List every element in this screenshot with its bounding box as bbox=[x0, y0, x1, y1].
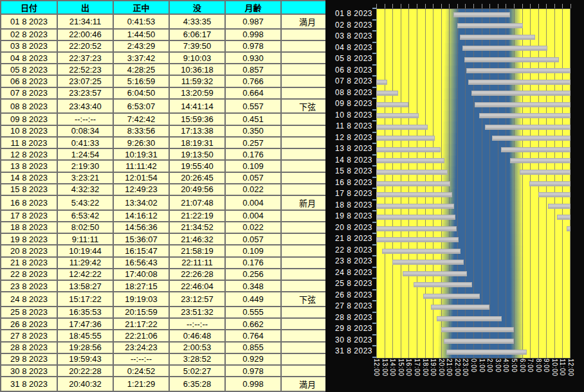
moon-up-bar bbox=[453, 12, 510, 17]
hour-tick bbox=[385, 4, 385, 8]
rise-cell: --:--:-- bbox=[57, 113, 113, 125]
time-axis-label: 12:00 bbox=[567, 359, 574, 377]
table-row: 20 8 202310:19:4416:15:4721:58:190.109 bbox=[1, 245, 334, 256]
table-header-row: 日付出正中没月齢 bbox=[1, 1, 334, 14]
set-cell: 4:33:35 bbox=[169, 14, 225, 29]
moon-up-bar bbox=[479, 113, 570, 118]
hour-tick bbox=[417, 4, 417, 8]
set-cell: 2:00:53 bbox=[169, 342, 225, 353]
chart-date-label: 01 8 2023 bbox=[330, 8, 372, 20]
date-cell: 08 8 2023 bbox=[1, 99, 57, 114]
moon-up-bar bbox=[460, 35, 535, 40]
moon-age-cell: 0.257 bbox=[225, 137, 281, 148]
chart-date-label: 13 8 2023 bbox=[330, 143, 372, 155]
moon-age-cell: 0.978 bbox=[225, 40, 281, 52]
set-cell: 11:59:32 bbox=[169, 75, 225, 87]
moon-age-cell: 0.057 bbox=[225, 172, 281, 184]
transit-cell: 5:16:59 bbox=[113, 75, 169, 87]
date-cell: 21 8 2023 bbox=[1, 257, 57, 269]
hour-tick bbox=[522, 4, 523, 8]
moon-up-bar bbox=[376, 237, 459, 242]
rise-cell: 21:34:11 bbox=[57, 14, 113, 29]
table-row: 01 8 202321:34:110:41:534:33:350.987満月 bbox=[1, 14, 334, 29]
moon-age-cell: 0.930 bbox=[225, 52, 281, 64]
hour-tick bbox=[546, 4, 547, 8]
transit-cell: 9:26:30 bbox=[113, 137, 169, 148]
time-axis-label: 0:00 bbox=[470, 359, 477, 372]
moon-up-bar bbox=[446, 350, 527, 355]
table-row: 02 8 202322:00:461:44:506:06:170.998 bbox=[1, 29, 334, 40]
table-row: 23 8 202313:58:2718:27:1522:46:040.348 bbox=[1, 280, 334, 292]
chart-date-label: 06 8 2023 bbox=[330, 65, 372, 76]
table-row: 27 8 202318:45:5522:21:060:46:480.764 bbox=[1, 330, 334, 341]
date-cell: 03 8 2023 bbox=[1, 40, 57, 52]
date-cell: 13 8 2023 bbox=[1, 160, 57, 172]
moon-age-cell: 0.057 bbox=[225, 233, 281, 245]
time-axis-label: 19:00 bbox=[430, 359, 436, 377]
hour-tick bbox=[441, 4, 442, 8]
hour-tick bbox=[433, 4, 433, 8]
hour-tick bbox=[425, 4, 426, 8]
moon-age-cell: 0.004 bbox=[225, 195, 281, 210]
moon-up-bar bbox=[444, 339, 514, 344]
moon-age-cell: 0.855 bbox=[225, 342, 281, 353]
moon-age-cell: 0.350 bbox=[225, 125, 281, 137]
chart-date-label: 26 8 2023 bbox=[330, 290, 372, 301]
hour-tick bbox=[392, 4, 393, 8]
moon-up-bar bbox=[510, 158, 570, 163]
chart-date-label: 18 8 2023 bbox=[330, 200, 372, 211]
transit-cell: 23:24:23 bbox=[113, 342, 169, 353]
rise-cell: 3:23:21 bbox=[57, 172, 113, 184]
set-cell: 23:51:32 bbox=[169, 307, 225, 318]
rise-cell: 20:22:28 bbox=[57, 365, 113, 377]
rise-cell: 22:00:46 bbox=[57, 29, 113, 40]
table-header-cell: 正中 bbox=[113, 1, 169, 14]
hour-tick bbox=[449, 4, 450, 8]
time-axis-label: 20:00 bbox=[438, 359, 444, 377]
table-row: 13 8 20232:19:3011:11:4219:55:400.109 bbox=[1, 160, 334, 172]
moon-age-cell: 0.022 bbox=[225, 222, 281, 233]
moon-up-bar bbox=[548, 204, 570, 209]
transit-cell: 13:34:02 bbox=[113, 195, 169, 210]
transit-cell: 16:56:43 bbox=[113, 257, 169, 269]
transit-cell: 3:37:42 bbox=[113, 52, 169, 64]
chart-date-label: 19 8 2023 bbox=[330, 211, 372, 222]
time-axis-label: 17:00 bbox=[414, 359, 420, 377]
hour-tick bbox=[408, 4, 409, 8]
set-cell: 21:22:19 bbox=[169, 210, 225, 222]
set-cell: 23:12:57 bbox=[169, 292, 225, 307]
table-row: 22 8 202312:42:2217:40:0822:26:280.256 bbox=[1, 269, 334, 280]
set-cell: 20:26:45 bbox=[169, 172, 225, 184]
date-cell: 28 8 2023 bbox=[1, 342, 57, 353]
moon-age-cell: 0.857 bbox=[225, 64, 281, 75]
chart-date-label: 20 8 2023 bbox=[330, 222, 372, 234]
date-cell: 27 8 2023 bbox=[1, 330, 57, 341]
transit-cell: 18:27:15 bbox=[113, 280, 169, 292]
moon-age-cell: 0.451 bbox=[225, 113, 281, 125]
chart-date-label: 10 8 2023 bbox=[330, 110, 372, 121]
transit-cell: --:--:-- bbox=[113, 353, 169, 365]
rise-cell: 0:41:33 bbox=[57, 137, 113, 148]
transit-cell: 15:36:07 bbox=[113, 233, 169, 245]
time-axis-label: 13:00 bbox=[381, 359, 388, 377]
transit-cell: 12:01:54 bbox=[113, 172, 169, 184]
moon-up-bar bbox=[475, 102, 570, 107]
date-cell: 04 8 2023 bbox=[1, 52, 57, 64]
chart-date-label: 08 8 2023 bbox=[330, 87, 372, 99]
transit-cell: 21:17:22 bbox=[113, 318, 169, 330]
set-cell: 21:07:48 bbox=[169, 195, 225, 210]
moon-up-bar bbox=[376, 102, 408, 107]
hour-tick bbox=[401, 4, 401, 8]
chart-date-label: 14 8 2023 bbox=[330, 155, 372, 166]
date-cell: 02 8 2023 bbox=[1, 29, 57, 40]
chart-date-label: 11 8 2023 bbox=[330, 121, 372, 132]
rise-cell: 11:29:42 bbox=[57, 257, 113, 269]
set-cell: --:--:-- bbox=[169, 318, 225, 330]
table-row: 19 8 20239:11:1115:36:0721:46:320.057 bbox=[1, 233, 334, 245]
date-cell: 20 8 2023 bbox=[1, 245, 57, 256]
set-cell: 22:11:11 bbox=[169, 257, 225, 269]
set-cell: 3:28:52 bbox=[169, 353, 225, 365]
moon-age-cell: 0.348 bbox=[225, 280, 281, 292]
moon-visibility-chart: 01 8 202302 8 202303 8 202304 8 202305 8… bbox=[325, 0, 584, 392]
date-cell: 15 8 2023 bbox=[1, 184, 57, 195]
